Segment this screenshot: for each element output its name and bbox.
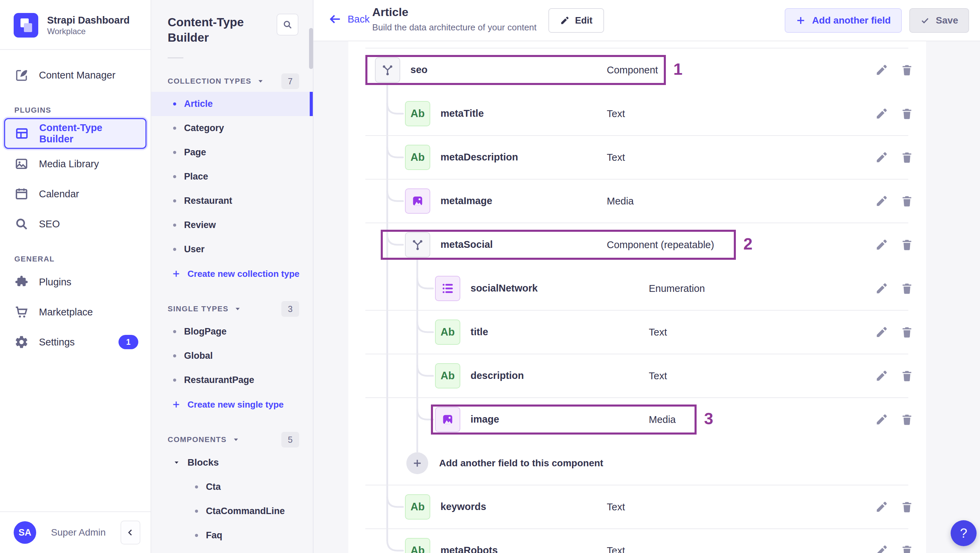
calendar-icon	[14, 187, 29, 201]
nav-component-cta[interactable]: Cta	[151, 475, 313, 499]
edit-label: Edit	[575, 15, 592, 26]
edit-field-button[interactable]	[874, 499, 889, 515]
section-label: SINGLE TYPES	[168, 305, 228, 313]
component-label: CtaCommandLine	[206, 506, 285, 516]
panel-title: Content-Type Builder	[168, 14, 263, 45]
panel-scrollbar-thumb[interactable]	[309, 28, 313, 69]
field-row-description: AbdescriptionText	[348, 354, 926, 398]
annotation-box-3	[431, 405, 697, 435]
delete-field-button[interactable]	[899, 194, 915, 208]
section-count-badge: 7	[282, 73, 299, 89]
delete-field-button[interactable]	[899, 543, 915, 553]
field-type: Text	[649, 327, 667, 338]
workspace-brand[interactable]: Strapi Dashboard Workplace	[0, 0, 151, 50]
add-another-field-button[interactable]: Add another field	[785, 8, 902, 33]
delete-field-button[interactable]	[899, 325, 915, 340]
add-field-to-component-button[interactable]	[406, 452, 428, 474]
edit-field-button[interactable]	[874, 237, 889, 252]
page-header: Back Article Build the data architecture…	[313, 0, 980, 41]
picture-icon	[14, 157, 29, 171]
sidebar-item-settings[interactable]: Settings1	[0, 327, 151, 357]
sidebar-item-plugins[interactable]: Plugins	[0, 267, 151, 297]
collapse-sidebar-button[interactable]	[121, 521, 140, 545]
type-label: User	[184, 244, 205, 255]
sidebar-item-media-library[interactable]: Media Library	[0, 149, 151, 179]
nav-type-place[interactable]: Place	[151, 165, 313, 189]
sidebar-section-label: GENERAL	[14, 255, 55, 264]
component-label: Faq	[206, 530, 222, 541]
sidebar-item-seo[interactable]: SEO	[0, 209, 151, 239]
section-header-collection-types[interactable]: COLLECTION TYPES7	[168, 73, 299, 89]
delete-field-button[interactable]	[899, 237, 915, 252]
delete-field-button[interactable]	[899, 412, 915, 427]
bullet-icon	[195, 510, 198, 513]
bullet-icon	[173, 127, 176, 130]
page-title: Article	[372, 5, 536, 19]
edit-field-button[interactable]	[874, 62, 889, 78]
nav-type-global[interactable]: Global	[151, 344, 313, 368]
field-row-metatitle: AbmetaTitleText	[348, 92, 926, 135]
field-name: metaDescription	[441, 152, 518, 163]
nav-type-blogpage[interactable]: BlogPage	[151, 319, 313, 344]
edit-field-button[interactable]	[874, 106, 889, 121]
section-header-single-types[interactable]: SINGLE TYPES3	[168, 301, 299, 317]
delete-field-button[interactable]	[899, 106, 915, 121]
row-divider	[365, 179, 908, 180]
action-create-new-single-type[interactable]: Create new single type	[151, 392, 313, 417]
nav-type-page[interactable]: Page	[151, 140, 313, 165]
user-name: Super Admin	[48, 527, 109, 538]
nav-component-ctacommandline[interactable]: CtaCommandLine	[151, 499, 313, 523]
delete-field-button[interactable]	[899, 150, 915, 165]
search-icon	[282, 19, 293, 30]
edit-field-button[interactable]	[874, 150, 889, 165]
annotation-box-2	[381, 230, 736, 260]
action-label: Create new single type	[188, 399, 284, 410]
text-icon: Ab	[405, 538, 430, 553]
nav-type-category[interactable]: Category	[151, 116, 313, 140]
field-name: title	[471, 326, 488, 338]
delete-field-button[interactable]	[899, 499, 915, 515]
field-name: metaRobots	[441, 545, 498, 553]
chevron-left-icon	[126, 528, 135, 537]
app-window: Strapi Dashboard Workplace Content Manag…	[0, 0, 980, 553]
nav-type-restaurantpage[interactable]: RestaurantPage	[151, 368, 313, 392]
media-icon	[405, 188, 430, 214]
field-name: metaTitle	[441, 108, 484, 119]
sidebar-item-marketplace[interactable]: Marketplace	[0, 297, 151, 327]
delete-field-button[interactable]	[899, 281, 915, 296]
action-create-new-collection-type[interactable]: Create new collection type	[151, 262, 313, 286]
chevron-down-icon	[172, 458, 181, 467]
sidebar-item-content-type-builder[interactable]: Content-Type Builder	[4, 118, 146, 149]
annotation-box-1	[365, 55, 666, 85]
field-type: Text	[649, 370, 667, 381]
active-indicator	[310, 92, 313, 116]
save-button[interactable]: Save	[909, 8, 969, 33]
edit-button[interactable]: Edit	[548, 8, 604, 33]
add-field-to-component-label[interactable]: Add another field to this component	[439, 458, 603, 469]
panel2-body: COLLECTION TYPES7ArticleCategoryPagePlac…	[151, 73, 313, 553]
avatar[interactable]: SA	[14, 521, 36, 544]
search-button[interactable]	[277, 14, 298, 35]
nav-type-article[interactable]: Article	[151, 92, 313, 116]
edit-field-button[interactable]	[874, 412, 889, 427]
sidebar-item-content-manager[interactable]: Content Manager	[0, 60, 151, 90]
section-header-components[interactable]: COMPONENTS5	[168, 432, 299, 448]
nav-component-features[interactable]: Features	[151, 548, 313, 553]
component-group-blocks[interactable]: Blocks	[151, 450, 313, 475]
back-link[interactable]: Back	[328, 12, 369, 26]
delete-field-button[interactable]	[899, 368, 915, 383]
add-field-action-row[interactable]: Add another field to this component	[348, 442, 926, 485]
type-label: Article	[184, 99, 213, 109]
nav-type-user[interactable]: User	[151, 237, 313, 262]
edit-field-button[interactable]	[874, 368, 889, 383]
edit-field-button[interactable]	[874, 194, 889, 208]
nav-type-review[interactable]: Review	[151, 213, 313, 237]
nav-component-faq[interactable]: Faq	[151, 523, 313, 548]
sidebar-item-calendar[interactable]: Calendar	[0, 179, 151, 209]
edit-field-button[interactable]	[874, 543, 889, 553]
delete-field-button[interactable]	[899, 62, 915, 78]
edit-field-button[interactable]	[874, 281, 889, 296]
edit-field-button[interactable]	[874, 325, 889, 340]
help-button[interactable]: ?	[951, 520, 977, 546]
nav-type-restaurant[interactable]: Restaurant	[151, 189, 313, 213]
